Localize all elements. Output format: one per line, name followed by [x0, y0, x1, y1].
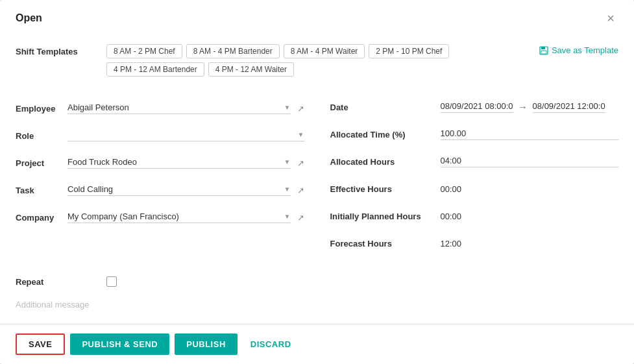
allocated-hours-label: Allocated Hours [330, 157, 441, 167]
role-label: Role [16, 131, 67, 141]
company-dropdown-arrow: ▼ [284, 213, 291, 220]
repeat-label: Repeat [16, 277, 106, 287]
shift-template-chips: 8 AM - 2 PM Chef 8 AM - 4 PM Bartender 8… [106, 44, 539, 77]
company-select[interactable]: My Company (San Francisco) [67, 212, 282, 221]
initially-planned-value: 00:00 [441, 212, 462, 221]
svg-rect-2 [541, 51, 546, 54]
project-field-value: Food Truck Rodeo ▼ ↗ [67, 157, 304, 169]
effective-hours-row: Effective Hours 00:00 [330, 179, 619, 199]
project-label: Project [16, 158, 67, 168]
form-right: Date 08/09/2021 08:00:0 → 08/09/2021 12:… [330, 97, 619, 258]
allocated-hours-row: Allocated Hours 04:00 [330, 152, 619, 171]
allocated-time-row: Allocated Time (%) 100.00 [330, 125, 619, 144]
role-dropdown-arrow: ▼ [298, 131, 304, 138]
svg-rect-1 [541, 47, 545, 49]
task-row: Task Cold Calling ▼ ↗ [16, 179, 304, 201]
project-external-link-icon[interactable]: ↗ [297, 158, 304, 168]
date-value-row: 08/09/2021 08:00:0 → 08/09/2021 12:00:0 [441, 101, 619, 113]
role-field-value: ▼ [67, 130, 304, 141]
task-input-wrapper: Cold Calling ▼ [67, 184, 291, 196]
date-end-value[interactable]: 08/09/2021 12:00:0 [533, 101, 605, 113]
company-row: Company My Company (San Francisco) ▼ ↗ [16, 206, 304, 228]
project-select[interactable]: Food Truck Rodeo [67, 157, 282, 167]
modal-header: Open × [0, 0, 634, 34]
forecast-hours-row: Forecast Hours 12:00 [330, 234, 619, 253]
chip-3[interactable]: 2 PM - 10 PM Chef [369, 44, 449, 58]
shift-templates-section: Shift Templates 8 AM - 2 PM Chef 8 AM - … [16, 34, 618, 82]
employee-dropdown-arrow: ▼ [284, 104, 291, 111]
task-external-link-icon[interactable]: ↗ [297, 186, 304, 195]
initially-planned-label: Initially Planned Hours [330, 212, 441, 221]
form-section: Employee Abigail Peterson ▼ ↗ Role [16, 82, 618, 269]
chip-2[interactable]: 8 AM - 4 PM Waiter [284, 44, 365, 58]
employee-field-value: Abigail Peterson ▼ ↗ [67, 103, 304, 114]
company-external-link-icon[interactable]: ↗ [297, 213, 304, 223]
chip-0[interactable]: 8 AM - 2 PM Chef [106, 44, 182, 58]
discard-button[interactable]: DISCARD [243, 334, 299, 355]
date-start-value[interactable]: 08/09/2021 08:00:0 [441, 101, 513, 113]
allocated-time-value: 100.00 [441, 128, 619, 140]
employee-label: Employee [16, 104, 67, 114]
employee-input-wrapper: Abigail Peterson ▼ [67, 103, 291, 114]
effective-hours-label: Effective Hours [330, 184, 441, 194]
save-icon [539, 46, 548, 55]
additional-message[interactable]: Additional message [16, 292, 618, 322]
project-row: Project Food Truck Rodeo ▼ ↗ [16, 152, 304, 174]
initially-planned-row: Initially Planned Hours 00:00 [330, 206, 619, 226]
role-row: Role ▼ [16, 125, 304, 147]
allocated-time-label: Allocated Time (%) [330, 130, 441, 140]
repeat-checkbox[interactable] [106, 276, 117, 287]
employee-select[interactable]: Abigail Peterson [67, 103, 282, 112]
role-input-wrapper: ▼ [67, 130, 304, 141]
publish-button[interactable]: PUBLISH [175, 334, 238, 355]
form-left: Employee Abigail Peterson ▼ ↗ Role [16, 97, 304, 258]
allocated-hours-value: 04:00 [441, 156, 619, 167]
modal-footer: SAVE PUBLISH & SEND PUBLISH DISCARD [0, 324, 634, 364]
date-arrow-icon: → [518, 102, 528, 112]
publish-send-button[interactable]: PUBLISH & SEND [70, 334, 169, 355]
save-template-button[interactable]: Save as Template [539, 44, 618, 55]
task-dropdown-arrow: ▼ [284, 186, 291, 193]
date-row: Date 08/09/2021 08:00:0 → 08/09/2021 12:… [330, 97, 619, 117]
chip-5[interactable]: 4 PM - 12 AM Waiter [208, 62, 294, 77]
close-button[interactable]: × [603, 10, 618, 26]
modal-container: Open × Shift Templates 8 AM - 2 PM Chef … [0, 0, 634, 364]
task-select[interactable]: Cold Calling [67, 184, 282, 194]
project-input-wrapper: Food Truck Rodeo ▼ [67, 157, 291, 169]
forecast-hours-value: 12:00 [441, 239, 462, 249]
role-select[interactable] [67, 130, 295, 140]
shift-templates-label: Shift Templates [16, 44, 106, 56]
modal-body: Shift Templates 8 AM - 2 PM Chef 8 AM - … [0, 34, 634, 324]
employee-row: Employee Abigail Peterson ▼ ↗ [16, 97, 304, 119]
repeat-section: Repeat [16, 269, 618, 292]
effective-hours-value: 00:00 [441, 184, 462, 194]
employee-external-link-icon[interactable]: ↗ [297, 104, 304, 114]
task-label: Task [16, 186, 67, 195]
company-input-wrapper: My Company (San Francisco) ▼ [67, 212, 291, 223]
company-field-value: My Company (San Francisco) ▼ ↗ [67, 212, 304, 223]
save-template-label: Save as Template [552, 45, 618, 55]
date-label: Date [330, 103, 441, 112]
modal-title: Open [16, 12, 42, 24]
chips-and-save-area: 8 AM - 2 PM Chef 8 AM - 4 PM Bartender 8… [106, 44, 618, 77]
save-button[interactable]: SAVE [16, 334, 65, 355]
company-label: Company [16, 213, 67, 223]
chip-1[interactable]: 8 AM - 4 PM Bartender [186, 44, 280, 58]
task-field-value: Cold Calling ▼ ↗ [67, 184, 304, 196]
project-dropdown-arrow: ▼ [284, 158, 291, 165]
forecast-hours-label: Forecast Hours [330, 239, 441, 249]
chip-4[interactable]: 4 PM - 12 AM Bartender [106, 62, 204, 77]
